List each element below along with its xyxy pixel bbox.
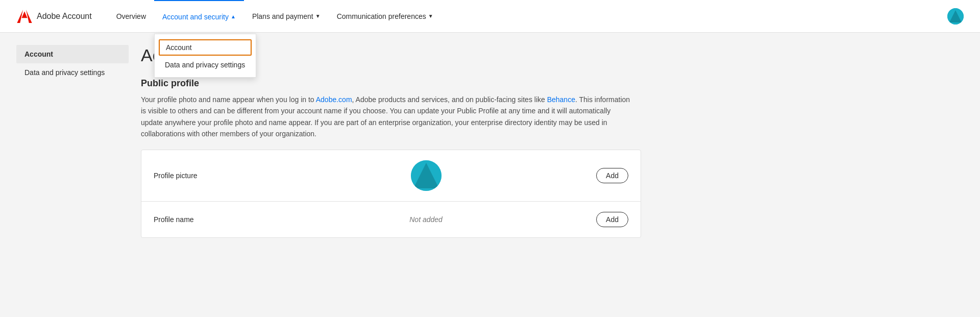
main-content: Account Public profile Your profile phot… (141, 45, 964, 305)
dropdown-item-account[interactable]: Account (159, 39, 252, 56)
brand-logo[interactable]: Adobe Account (16, 10, 92, 23)
profile-avatar-image (411, 160, 442, 191)
nav-items: Overview Account and security ▲ Account … (108, 0, 947, 33)
profile-name-row: Profile name Not added Add (141, 202, 641, 237)
account-security-dropdown: Account Data and privacy settings (154, 34, 256, 78)
profile-name-placeholder: Not added (409, 215, 443, 224)
nav-item-communication[interactable]: Communication preferences ▼ (329, 0, 442, 33)
nav-item-account-security[interactable]: Account and security ▲ Account Data and … (154, 0, 244, 33)
public-profile-description: Your profile photo and name appear when … (141, 94, 631, 140)
adobe-logo-icon (16, 10, 33, 23)
svg-marker-1 (17, 10, 23, 23)
add-profile-name-button[interactable]: Add (596, 212, 628, 227)
chevron-down-icon-comm: ▼ (428, 13, 433, 19)
chevron-up-icon: ▲ (231, 14, 236, 19)
chevron-down-icon: ▼ (315, 13, 321, 19)
dropdown-item-data-privacy[interactable]: Data and privacy settings (155, 57, 256, 73)
profile-picture-row: Profile picture Add (141, 150, 641, 202)
nav-item-plans-payment[interactable]: Plans and payment ▼ (244, 0, 329, 33)
adobe-com-link[interactable]: Adobe.com (316, 95, 352, 104)
sidebar: Account Data and privacy settings (16, 45, 129, 305)
sidebar-item-account[interactable]: Account (16, 45, 129, 63)
nav-item-overview[interactable]: Overview (108, 0, 154, 33)
top-navigation: Adobe Account Overview Account and secur… (0, 0, 980, 33)
add-profile-picture-button[interactable]: Add (596, 168, 628, 183)
svg-marker-2 (21, 11, 27, 18)
public-profile-section: Public profile Your profile photo and na… (141, 78, 964, 238)
public-profile-title: Public profile (141, 78, 964, 89)
behance-link[interactable]: Behance (547, 95, 575, 104)
profile-name-label: Profile name (154, 215, 256, 224)
page-title: Account (141, 45, 964, 66)
avatar-icon (947, 8, 964, 25)
user-avatar[interactable] (947, 8, 964, 25)
svg-marker-0 (26, 10, 32, 23)
brand-name: Adobe Account (37, 12, 92, 21)
profile-name-value: Not added (256, 215, 596, 224)
sidebar-item-data-privacy[interactable]: Data and privacy settings (16, 63, 129, 82)
page-container: Account Data and privacy settings Accoun… (0, 33, 980, 317)
profile-card: Profile picture Add Profile name (141, 150, 641, 238)
profile-picture-value (256, 160, 596, 191)
profile-avatar-icon (411, 160, 442, 191)
profile-picture-label: Profile picture (154, 172, 256, 180)
